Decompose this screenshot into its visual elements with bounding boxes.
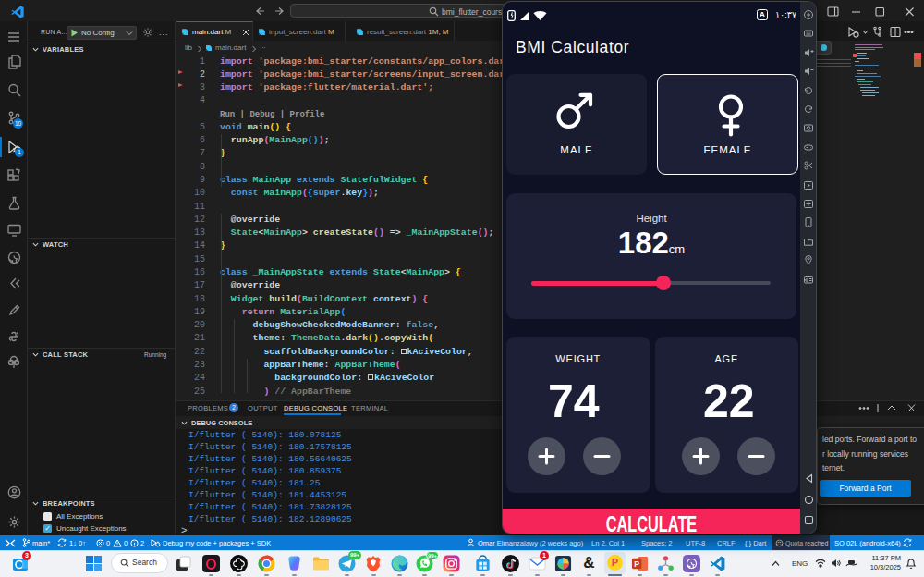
svg-text:P: P (634, 559, 639, 569)
